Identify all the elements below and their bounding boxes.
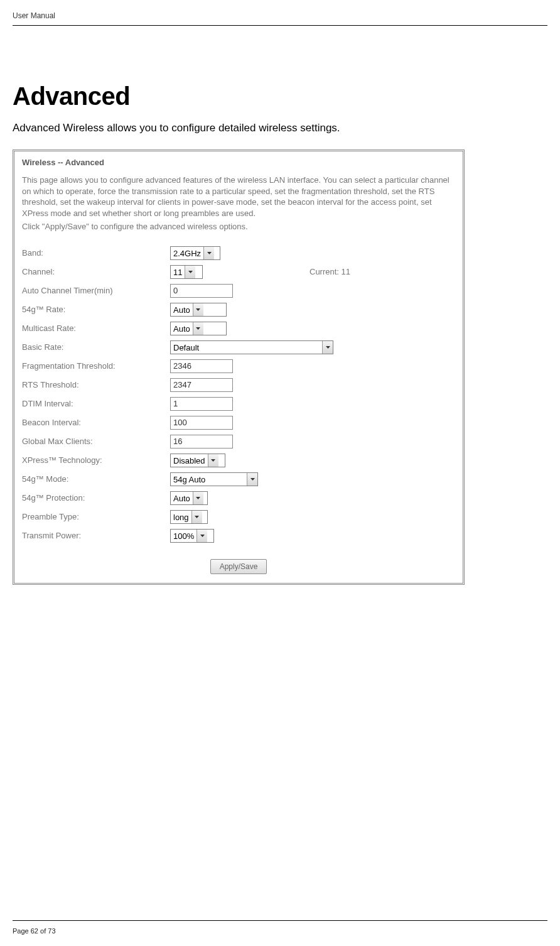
select-54g-protection[interactable]: Auto <box>170 491 208 505</box>
svg-marker-9 <box>200 535 205 537</box>
doc-header: User Manual <box>13 11 547 26</box>
row-preamble: Preamble Type: long <box>22 508 455 526</box>
svg-marker-3 <box>196 327 200 330</box>
label-xpress: XPress™ Technology: <box>22 455 170 465</box>
svg-marker-5 <box>211 459 215 462</box>
section-description: Advanced Wireless allows you to configur… <box>13 122 547 134</box>
input-global-max-clients[interactable] <box>170 435 233 449</box>
label-rts-threshold: RTS Threshold: <box>22 380 170 389</box>
panel-paragraph: This page allows you to configure advanc… <box>22 175 455 219</box>
row-rts-threshold: RTS Threshold: <box>22 376 455 394</box>
label-basic-rate: Basic Rate: <box>22 342 170 352</box>
svg-marker-7 <box>196 497 200 499</box>
svg-marker-6 <box>250 478 255 481</box>
row-54g-mode: 54g™ Mode: 54g Auto <box>22 470 455 489</box>
label-frag-threshold: Fragmentation Threshold: <box>22 361 170 371</box>
chevron-down-icon <box>193 492 203 504</box>
row-band: Band: 2.4GHz <box>22 244 455 263</box>
label-beacon-interval: Beacon Interval: <box>22 418 170 427</box>
chevron-down-icon <box>322 341 333 354</box>
svg-marker-4 <box>326 346 330 349</box>
current-channel-label: Current: 11 <box>310 267 350 276</box>
page-footer: Page 62 of 73 <box>13 920 547 936</box>
label-global-max-clients: Global Max Clients: <box>22 437 170 446</box>
label-band: Band: <box>22 248 170 258</box>
select-54g-rate-value: Auto <box>171 303 193 316</box>
page-number: Page 62 of 73 <box>13 927 56 935</box>
select-xpress-value: Disabled <box>171 454 208 467</box>
input-rts-threshold[interactable] <box>170 378 233 392</box>
select-band[interactable]: 2.4GHz <box>170 246 220 260</box>
svg-marker-2 <box>196 308 200 311</box>
input-beacon-interval[interactable] <box>170 416 233 430</box>
chevron-down-icon <box>191 511 202 523</box>
panel-instruction: Click "Apply/Save" to configure the adva… <box>22 221 455 232</box>
panel-title: Wireless -- Advanced <box>22 158 455 167</box>
select-basic-rate-value: Default <box>171 341 322 354</box>
select-multicast-rate-value: Auto <box>171 322 193 335</box>
label-54g-rate: 54g™ Rate: <box>22 305 170 314</box>
chevron-down-icon <box>193 322 203 335</box>
select-band-value: 2.4GHz <box>171 247 203 259</box>
section-title: Advanced <box>13 82 547 111</box>
select-tx-power-value: 100% <box>171 530 197 542</box>
input-frag-threshold[interactable] <box>170 359 233 373</box>
settings-form: Band: 2.4GHz Channel: 11 <box>22 244 455 574</box>
select-multicast-rate[interactable]: Auto <box>170 322 227 335</box>
chevron-down-icon <box>208 454 218 467</box>
select-tx-power[interactable]: 100% <box>170 529 214 543</box>
select-54g-mode[interactable]: 54g Auto <box>170 472 258 486</box>
svg-marker-1 <box>188 271 193 273</box>
label-channel: Channel: <box>22 267 170 276</box>
select-54g-rate[interactable]: Auto <box>170 303 227 317</box>
select-54g-mode-value: 54g Auto <box>171 473 247 486</box>
select-channel[interactable]: 11 <box>170 265 203 279</box>
row-global-max-clients: Global Max Clients: <box>22 432 455 451</box>
input-dtim-interval[interactable] <box>170 397 233 411</box>
select-basic-rate[interactable]: Default <box>170 340 333 354</box>
label-54g-mode: 54g™ Mode: <box>22 474 170 484</box>
row-tx-power: Transmit Power: 100% <box>22 526 455 545</box>
row-basic-rate: Basic Rate: Default <box>22 338 455 357</box>
row-54g-protection: 54g™ Protection: Auto <box>22 489 455 508</box>
row-54g-rate: 54g™ Rate: Auto <box>22 300 455 319</box>
label-preamble: Preamble Type: <box>22 512 170 521</box>
chevron-down-icon <box>197 530 207 542</box>
svg-marker-0 <box>207 252 212 254</box>
row-beacon-interval: Beacon Interval: <box>22 413 455 432</box>
row-auto-channel-timer: Auto Channel Timer(min) <box>22 281 455 300</box>
label-54g-protection: 54g™ Protection: <box>22 493 170 503</box>
select-preamble-value: long <box>171 511 191 523</box>
chevron-down-icon <box>247 473 257 486</box>
label-dtim-interval: DTIM Interval: <box>22 399 170 408</box>
label-auto-channel-timer: Auto Channel Timer(min) <box>22 286 170 295</box>
input-auto-channel-timer[interactable] <box>170 284 233 298</box>
select-channel-value: 11 <box>171 266 185 278</box>
row-frag-threshold: Fragmentation Threshold: <box>22 357 455 376</box>
row-channel: Channel: 11 Current: 11 <box>22 263 455 281</box>
chevron-down-icon <box>203 247 214 259</box>
select-xpress[interactable]: Disabled <box>170 454 225 467</box>
chevron-down-icon <box>185 266 195 278</box>
label-tx-power: Transmit Power: <box>22 531 170 540</box>
row-multicast-rate: Multicast Rate: Auto <box>22 319 455 338</box>
apply-save-button[interactable]: Apply/Save <box>210 559 267 574</box>
select-54g-protection-value: Auto <box>171 492 193 504</box>
screenshot-panel: Wireless -- Advanced This page allows yo… <box>13 150 465 585</box>
chevron-down-icon <box>193 303 203 316</box>
label-multicast-rate: Multicast Rate: <box>22 323 170 333</box>
row-dtim-interval: DTIM Interval: <box>22 394 455 413</box>
svg-marker-8 <box>195 516 199 518</box>
select-preamble[interactable]: long <box>170 510 208 524</box>
row-xpress: XPress™ Technology: Disabled <box>22 451 455 470</box>
